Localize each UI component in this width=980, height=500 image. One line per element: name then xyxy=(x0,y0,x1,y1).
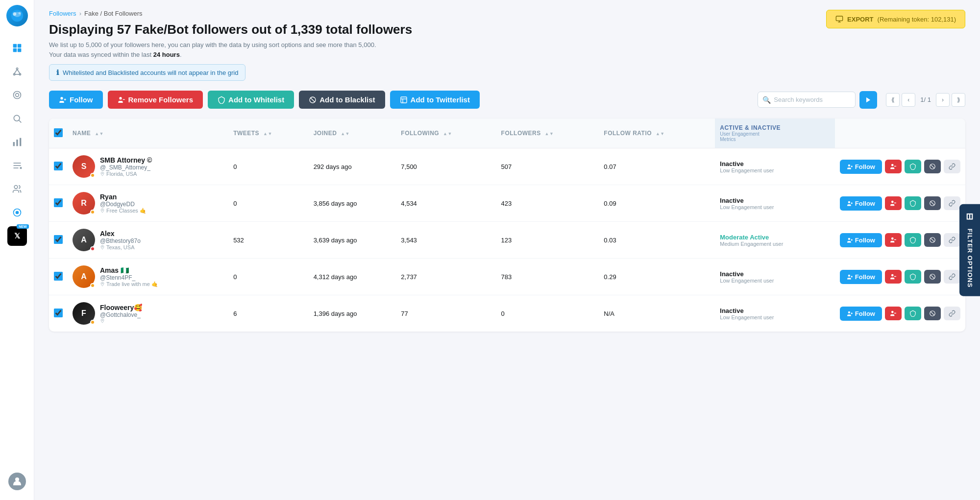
followers-cell-4: 0 xyxy=(496,295,599,332)
pagination: ⟪ ‹ 1/ 1 › ⟫ xyxy=(886,93,965,107)
status-cell-0: Inactive Low Engagement user xyxy=(715,148,835,185)
pagination-prev[interactable]: ‹ xyxy=(902,93,915,107)
row-remove-button-4[interactable] xyxy=(885,307,902,320)
select-all-checkbox[interactable] xyxy=(54,128,63,137)
user-cell: A Amas 🇳🇬 @Stenn4PF_ Trade live with me … xyxy=(73,265,223,288)
row-link-button-0[interactable] xyxy=(944,160,960,173)
svg-point-14 xyxy=(13,92,21,99)
filter-sidebar-label: FILTER OPTIONS xyxy=(966,228,974,287)
th-joined[interactable]: JOINED ▲▼ xyxy=(309,119,396,148)
add-blacklist-button[interactable]: Add to Blacklist xyxy=(299,91,385,109)
followers-sort[interactable]: ▲▼ xyxy=(545,131,554,136)
table-header-row: NAME ▲▼ TWEETS ▲▼ JOINED ▲▼ FOLLOWING ▲▼ xyxy=(49,119,965,148)
sidebar-item-network[interactable] xyxy=(7,62,27,81)
table-row: A Amas 🇳🇬 @Stenn4PF_ Trade live with me … xyxy=(49,259,965,295)
following-cell-4: 77 xyxy=(396,295,496,332)
row-checkbox-2[interactable] xyxy=(54,235,63,244)
ratio-cell-1: 0.09 xyxy=(599,185,715,222)
followers-cell-1: 423 xyxy=(496,185,599,222)
svg-line-12 xyxy=(17,70,20,73)
tweets-sort[interactable]: ▲▼ xyxy=(263,131,272,136)
row-blacklist-button-2[interactable] xyxy=(924,233,941,247)
row-blacklist-button-1[interactable] xyxy=(924,196,941,210)
user-avatar-0: S xyxy=(73,155,95,178)
sidebar-item-tracking[interactable] xyxy=(7,203,27,222)
app-logo[interactable] xyxy=(6,5,28,26)
user-info-1: Ryan @DodgyeDD Free Classes 🤙 xyxy=(100,193,147,214)
sidebar-item-analytics[interactable] xyxy=(7,132,27,152)
th-tweets[interactable]: TWEETS ▲▼ xyxy=(228,119,309,148)
row-link-button-3[interactable] xyxy=(944,270,960,284)
user-name-2: Alex xyxy=(100,230,141,238)
pagination-last[interactable]: ⟫ xyxy=(952,93,965,107)
user-avatar[interactable] xyxy=(8,473,26,490)
avatar-status-3 xyxy=(90,283,95,288)
search-input[interactable] xyxy=(758,92,856,108)
following-cell-0: 7,500 xyxy=(396,148,496,185)
row-remove-button-1[interactable] xyxy=(885,196,902,210)
th-follow-ratio[interactable]: FOLLOW RATIO ▲▼ xyxy=(599,119,715,148)
pagination-next[interactable]: › xyxy=(936,93,950,107)
add-whitelist-button[interactable]: Add to Whitelist xyxy=(208,91,294,109)
export-button[interactable]: EXPORT (Remaining token: 102,131) xyxy=(826,10,965,28)
breadcrumb-followers[interactable]: Followers xyxy=(49,10,76,17)
row-whitelist-button-4[interactable] xyxy=(905,307,921,320)
row-follow-button-2[interactable]: Follow xyxy=(840,233,882,247)
user-handle-0[interactable]: @_SMB_Attorney_ xyxy=(100,164,152,171)
row-follow-button-4[interactable]: Follow xyxy=(840,307,882,321)
row-whitelist-button-3[interactable] xyxy=(905,270,921,284)
row-whitelist-button-0[interactable] xyxy=(905,160,921,173)
remove-followers-button[interactable]: Remove Followers xyxy=(108,91,203,109)
search-go-button[interactable] xyxy=(859,91,877,109)
filter-sidebar[interactable]: ⊟ FILTER OPTIONS xyxy=(959,204,980,296)
th-followers[interactable]: FOLLOWERS ▲▼ xyxy=(496,119,599,148)
joined-sort[interactable]: ▲▼ xyxy=(341,131,350,136)
row-follow-button-0[interactable]: Follow xyxy=(840,160,882,174)
sidebar-item-users[interactable] xyxy=(7,179,27,199)
breadcrumb-current: Fake / Bot Followers xyxy=(84,10,143,17)
following-sort[interactable]: ▲▼ xyxy=(443,131,452,136)
pagination-first[interactable]: ⟪ xyxy=(886,93,900,107)
sidebar-item-twitter-x[interactable]: 𝕏 NEW xyxy=(7,226,27,246)
row-blacklist-button-0[interactable] xyxy=(924,160,941,173)
row-link-button-4[interactable] xyxy=(944,307,960,320)
name-sort[interactable]: ▲▼ xyxy=(95,131,104,136)
breadcrumb-separator: › xyxy=(79,10,81,17)
ratio-sort[interactable]: ▲▼ xyxy=(656,131,665,136)
row-blacklist-button-4[interactable] xyxy=(924,307,941,320)
user-handle-3[interactable]: @Stenn4PF_ xyxy=(100,274,158,281)
row-remove-button-3[interactable] xyxy=(885,270,902,284)
user-handle-2[interactable]: @Bthestory87o xyxy=(100,238,141,244)
following-cell-1: 4,534 xyxy=(396,185,496,222)
th-following[interactable]: FOLLOWING ▲▼ xyxy=(396,119,496,148)
sidebar-item-lists[interactable] xyxy=(7,156,27,175)
th-name[interactable]: NAME ▲▼ xyxy=(68,119,228,148)
breadcrumb: Followers › Fake / Bot Followers xyxy=(49,10,412,17)
sidebar-item-search[interactable] xyxy=(7,109,27,128)
row-link-button-2[interactable] xyxy=(944,233,960,247)
row-remove-button-0[interactable] xyxy=(885,160,902,173)
followers-cell-2: 123 xyxy=(496,222,599,259)
main-content: Followers › Fake / Bot Followers Display… xyxy=(34,0,980,500)
row-checkbox-0[interactable] xyxy=(54,162,63,170)
user-handle-1[interactable]: @DodgyeDD xyxy=(100,201,147,208)
row-whitelist-button-1[interactable] xyxy=(905,196,921,210)
row-checkbox-3[interactable] xyxy=(54,272,63,281)
row-follow-button-1[interactable]: Follow xyxy=(840,196,882,211)
status-cell-1: Inactive Low Engagement user xyxy=(715,185,835,222)
row-checkbox-1[interactable] xyxy=(54,198,63,207)
row-follow-button-3[interactable]: Follow xyxy=(840,270,882,284)
row-link-button-1[interactable] xyxy=(944,196,960,210)
add-twitterlist-button[interactable]: Add to Twitterlist xyxy=(390,91,480,109)
sidebar-item-dashboard[interactable] xyxy=(7,38,27,58)
row-remove-button-2[interactable] xyxy=(885,233,902,247)
svg-rect-40 xyxy=(401,97,407,103)
row-blacklist-button-3[interactable] xyxy=(924,270,941,284)
user-handle-4[interactable]: @Gottchalove_ xyxy=(100,311,142,318)
row-whitelist-button-2[interactable] xyxy=(905,233,921,247)
sidebar-item-monitor[interactable] xyxy=(7,85,27,105)
followers-cell-0: 507 xyxy=(496,148,599,185)
row-checkbox-4[interactable] xyxy=(54,309,63,317)
follow-button[interactable]: Follow xyxy=(49,91,103,109)
ratio-cell-0: 0.07 xyxy=(599,148,715,185)
